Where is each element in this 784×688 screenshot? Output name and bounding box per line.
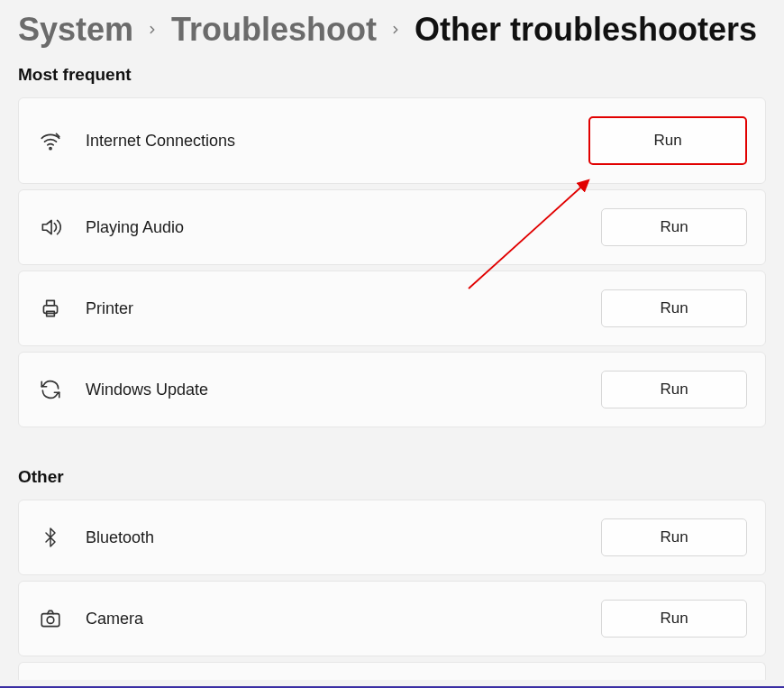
breadcrumb: System Troubleshoot Other troubleshooter… xyxy=(18,11,766,49)
chevron-right-icon xyxy=(389,23,402,36)
troubleshooter-row-partial xyxy=(18,662,766,680)
wifi-icon xyxy=(37,127,64,154)
troubleshooter-label: Internet Connections xyxy=(86,132,588,151)
svg-point-6 xyxy=(47,617,54,624)
bluetooth-icon xyxy=(37,524,64,551)
svg-rect-3 xyxy=(47,300,55,305)
page-title: Other troubleshooters xyxy=(415,11,757,49)
run-button-internet[interactable]: Run xyxy=(588,116,747,165)
troubleshooter-row-printer: Printer Run xyxy=(18,271,766,346)
update-icon xyxy=(37,376,64,403)
camera-icon xyxy=(37,605,64,632)
run-button-update[interactable]: Run xyxy=(601,371,747,408)
troubleshooter-row-audio: Playing Audio Run xyxy=(18,189,766,265)
chevron-right-icon xyxy=(146,23,159,36)
svg-rect-2 xyxy=(43,306,57,314)
printer-icon xyxy=(37,295,64,322)
troubleshooter-row-bluetooth: Bluetooth Run xyxy=(18,500,766,575)
svg-point-0 xyxy=(50,148,51,150)
svg-rect-5 xyxy=(41,614,59,627)
breadcrumb-troubleshoot[interactable]: Troubleshoot xyxy=(171,11,377,49)
troubleshooter-row-internet: Internet Connections Run xyxy=(18,97,766,184)
run-button-audio[interactable]: Run xyxy=(601,208,747,246)
run-button-printer[interactable]: Run xyxy=(601,289,747,327)
audio-icon xyxy=(37,214,64,241)
troubleshooter-label: Camera xyxy=(86,610,601,628)
breadcrumb-system[interactable]: System xyxy=(18,11,133,49)
run-button-camera[interactable]: Run xyxy=(601,600,747,638)
troubleshooter-label: Printer xyxy=(86,299,601,318)
section-title-most-frequent: Most frequent xyxy=(18,65,766,85)
troubleshooter-label: Bluetooth xyxy=(86,528,601,547)
troubleshooter-label: Playing Audio xyxy=(86,218,601,237)
troubleshooter-row-update: Windows Update Run xyxy=(18,352,766,427)
svg-marker-1 xyxy=(42,220,51,234)
troubleshooter-label: Windows Update xyxy=(86,381,601,399)
section-title-other: Other xyxy=(18,467,766,487)
troubleshooter-row-camera: Camera Run xyxy=(18,581,766,656)
run-button-bluetooth[interactable]: Run xyxy=(601,518,747,556)
